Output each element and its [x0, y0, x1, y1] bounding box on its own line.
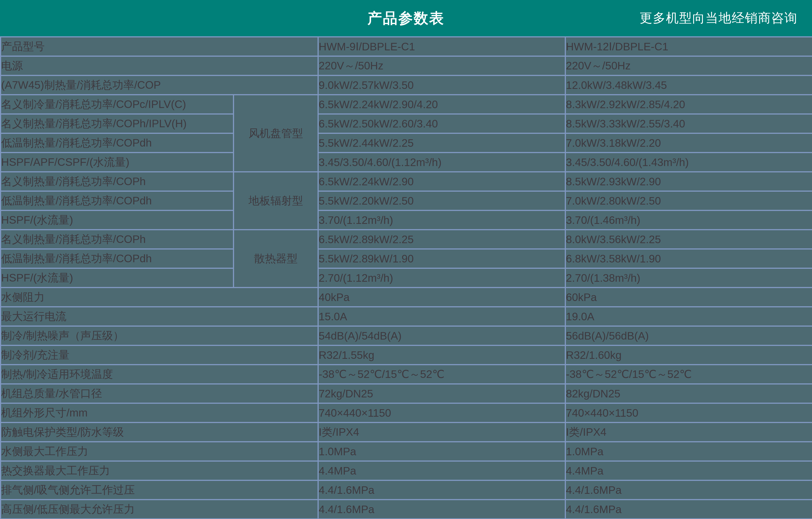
group-label: 散热器型	[254, 253, 297, 264]
table-row: 机组外形尺寸/mm 740×440×1150 740×440×1150	[1, 403, 812, 423]
spec-value: 5.5kW/2.20kW/2.50	[319, 195, 414, 207]
spec-value-model1: 4.4/1.6MPa	[318, 500, 566, 519]
spec-value-model2: 3.70/(1.46m³/h)	[566, 210, 812, 230]
spec-label: 产品型号	[1, 40, 45, 52]
spec-value: 5.5kW/2.44kW/2.25	[319, 137, 414, 149]
table-row: 防触电保护类型/防水等级 I类/IPX4 I类/IPX4	[1, 423, 812, 442]
spec-value-model1: 9.0kW/2.57kW/3.50	[318, 76, 566, 95]
spec-value: 740×440×1150	[319, 407, 391, 419]
spec-value: 54dB(A)/54dB(A)	[319, 330, 402, 342]
table-row: 低温制热量/消耗总功率/COPdh 5.5kW/2.44kW/2.25 7.0k…	[1, 134, 812, 153]
spec-label-cell: 低温制热量/消耗总功率/COPdh	[1, 191, 234, 210]
spec-value: 4.4/1.6MPa	[566, 484, 621, 496]
spec-value-model2: 7.0kW/3.18kW/2.20	[566, 134, 812, 153]
spec-label-cell: 低温制热量/消耗总功率/COPdh	[1, 134, 234, 153]
spec-value: 56dB(A)/56dB(A)	[566, 330, 649, 342]
spec-label: 机组外形尺寸/mm	[1, 407, 88, 419]
spec-value: R32/1.60kg	[566, 349, 622, 361]
spec-value-model2: 4.4/1.6MPa	[566, 500, 812, 519]
spec-value: 82kg/DN25	[566, 388, 620, 400]
table-row: (A7W45)制热量/消耗总功率/COP 9.0kW/2.57kW/3.50 1…	[1, 76, 812, 95]
table-row: 制热/制冷适用环境温度 -38℃～52℃/15℃～52℃ -38℃～52℃/15…	[1, 365, 812, 384]
table-row: 制冷/制热噪声（声压级） 54dB(A)/54dB(A) 56dB(A)/56d…	[1, 326, 812, 345]
spec-label: 水侧阻力	[1, 291, 45, 303]
spec-label-cell: 高压侧/低压侧最大允许压力	[1, 500, 318, 519]
spec-label-cell: 产品型号	[1, 37, 318, 56]
spec-value: 40kPa	[319, 291, 350, 303]
spec-label-cell: 低温制热量/消耗总功率/COPdh	[1, 249, 234, 268]
spec-value: 1.0MPa	[319, 445, 356, 458]
spec-label: 电源	[1, 60, 23, 72]
spec-label: 水侧最大工作压力	[1, 445, 88, 457]
spec-value: I类/IPX4	[319, 426, 359, 438]
spec-value-model1: 6.5kW/2.50kW/2.60/3.40	[318, 114, 566, 134]
table-row: 名义制热量/消耗总功率/COPh/IPLV(H) 6.5kW/2.50kW/2.…	[1, 114, 812, 134]
spec-label: HSPF/(水流量)	[1, 214, 73, 226]
table-row: 名义制冷量/消耗总功率/COPc/IPLV(C) 风机盘管型 6.5kW/2.2…	[1, 95, 812, 114]
spec-value: 19.0A	[566, 311, 594, 322]
spec-value-model2: 8.3kW/2.92kW/2.85/4.20	[566, 95, 812, 114]
spec-value-model2: HWM-12Ⅰ/DBPLE-C1	[566, 37, 812, 56]
spec-label: 低温制热量/消耗总功率/COPdh	[1, 195, 152, 207]
spec-value-model1: -38℃～52℃/15℃～52℃	[318, 365, 566, 384]
spec-label-cell: 名义制热量/消耗总功率/COPh	[1, 172, 234, 191]
spec-label-cell: HSPF/(水流量)	[1, 268, 234, 288]
spec-label: 排气侧/吸气侧允许工作过压	[1, 484, 135, 496]
spec-label: 制热/制冷适用环境温度	[1, 368, 113, 380]
spec-value: 6.8kW/3.58kW/1.90	[566, 253, 661, 265]
spec-value-model1: 6.5kW/2.89kW/2.25	[318, 230, 566, 249]
spec-label: 名义制热量/消耗总功率/COPh/IPLV(H)	[1, 117, 187, 129]
page-title: 产品参数表	[368, 8, 444, 28]
spec-value: 8.0kW/3.56kW/2.25	[566, 233, 661, 246]
table-row: HSPF/(水流量) 3.70/(1.12m³/h) 3.70/(1.46m³/…	[1, 210, 812, 230]
spec-value-model1: 1.0MPa	[318, 442, 566, 461]
spec-label-cell: 机组外形尺寸/mm	[1, 403, 318, 423]
spec-value: 8.5kW/3.33kW/2.55/3.40	[566, 118, 685, 130]
spec-value: 740×440×1150	[566, 407, 638, 419]
spec-value-model2: 60kPa	[566, 288, 812, 307]
table-row: 水侧最大工作压力 1.0MPa 1.0MPa	[1, 442, 812, 461]
spec-value: 1.0MPa	[566, 445, 603, 458]
spec-value-model2: 82kg/DN25	[566, 384, 812, 403]
spec-label-cell: 制冷剂/充注量	[1, 345, 318, 365]
table-row: 水侧阻力 40kPa 60kPa	[1, 288, 812, 307]
spec-value-model2: 12.0kW/3.48kW/3.45	[566, 76, 812, 95]
spec-value: 3.70/(1.46m³/h)	[566, 214, 640, 226]
spec-label-cell: (A7W45)制热量/消耗总功率/COP	[1, 76, 318, 95]
spec-value: -38℃～52℃/15℃～52℃	[566, 368, 692, 380]
spec-value: 4.4MPa	[319, 465, 356, 477]
spec-value-model2: 8.5kW/2.93kW/2.90	[566, 172, 812, 191]
spec-value: 3.45/3.50/4.60/(1.43m³/h)	[566, 156, 689, 168]
spec-value-model2: -38℃～52℃/15℃～52℃	[566, 365, 812, 384]
spec-value-model1: 72kg/DN25	[318, 384, 566, 403]
spec-value-model2: 7.0kW/2.80kW/2.50	[566, 191, 812, 210]
spec-value-model2: 3.45/3.50/4.60/(1.43m³/h)	[566, 153, 812, 172]
spec-value-model1: 40kPa	[318, 288, 566, 307]
spec-label: 名义制热量/消耗总功率/COPh	[1, 233, 146, 245]
spec-value-model1: 54dB(A)/54dB(A)	[318, 326, 566, 345]
group-label-cell: 地板辐射型	[234, 172, 318, 230]
table-row: HSPF/APF/CSPF/(水流量) 3.45/3.50/4.60/(1.12…	[1, 153, 812, 172]
spec-label-cell: 名义制热量/消耗总功率/COPh/IPLV(H)	[1, 114, 234, 134]
spec-value: 4.4MPa	[566, 465, 603, 477]
spec-value: 9.0kW/2.57kW/3.50	[319, 79, 414, 91]
spec-label: 制冷剂/充注量	[1, 349, 69, 361]
spec-value-model1: I类/IPX4	[318, 423, 566, 442]
table-row: HSPF/(水流量) 2.70/(1.12m³/h) 2.70/(1.38m³/…	[1, 268, 812, 288]
header-bar: 产品参数表 更多机型向当地经销商咨询	[0, 0, 812, 36]
spec-value: 6.5kW/2.24kW/2.90	[319, 176, 414, 188]
table-row: 产品型号 HWM-9Ⅰ/DBPLE-C1 HWM-12Ⅰ/DBPLE-C1	[1, 37, 812, 56]
table-row: 排气侧/吸气侧允许工作过压 4.4/1.6MPa 4.4/1.6MPa	[1, 481, 812, 500]
spec-value-model1: 3.45/3.50/4.60/(1.12m³/h)	[318, 153, 566, 172]
spec-sheet: 产品参数表 更多机型向当地经销商咨询 产品型号 HWM-9Ⅰ/DBPLE-C1 …	[0, 0, 812, 519]
spec-value-model1: 4.4/1.6MPa	[318, 481, 566, 500]
spec-value: HWM-9Ⅰ/DBPLE-C1	[319, 40, 415, 53]
spec-label-cell: 机组总质量/水管口径	[1, 384, 318, 403]
spec-label: 名义制热量/消耗总功率/COPh	[1, 175, 146, 188]
spec-value: 6.5kW/2.24kW/2.90/4.20	[319, 98, 438, 111]
spec-value-model1: 6.5kW/2.24kW/2.90/4.20	[318, 95, 566, 114]
spec-label-cell: 名义制热量/消耗总功率/COPh	[1, 230, 234, 249]
table-row: 名义制热量/消耗总功率/COPh 散热器型 6.5kW/2.89kW/2.25 …	[1, 230, 812, 249]
spec-value-model2: 19.0A	[566, 307, 812, 326]
spec-label: 热交换器最大工作压力	[1, 465, 110, 477]
